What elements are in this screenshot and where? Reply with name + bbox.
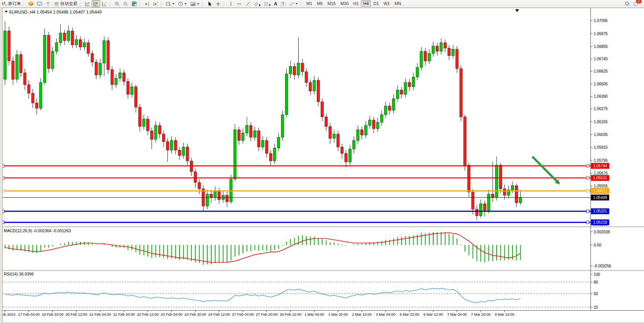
price-label-text: 1.05631: [593, 176, 607, 180]
line-anchor[interactable]: [586, 177, 589, 179]
candle-body: [8, 31, 10, 61]
price-label-text: 1.05218: [593, 220, 607, 224]
vertical-line-tool-button[interactable]: [227, 0, 235, 7]
price-tick-label: 1.06275: [594, 107, 608, 111]
new-order-button[interactable]: 新订单: [0, 0, 22, 7]
toolbar-separator: [224, 1, 225, 7]
chart-candles-button[interactable]: [92, 0, 100, 7]
zoom-in-button[interactable]: [113, 0, 121, 7]
candle-body: [265, 141, 268, 153]
horizontal-line-tool-button[interactable]: [235, 0, 244, 7]
line-anchor[interactable]: [586, 210, 589, 212]
line-anchor[interactable]: [586, 221, 589, 224]
text-label-tool-button[interactable]: T: [279, 0, 287, 7]
line-anchor[interactable]: [586, 190, 589, 192]
candle-body: [258, 131, 260, 147]
auto-trading-button[interactable]: 自动交易: [52, 0, 79, 7]
market-watch-button[interactable]: [27, 0, 35, 7]
macd-scale-label: 0.002038: [594, 230, 610, 234]
chevron-down-icon: [5, 11, 8, 14]
candle-body: [154, 126, 157, 139]
macd-scale-label: 0.00: [594, 243, 601, 247]
chart-line-button[interactable]: [100, 0, 109, 7]
candle-body: [487, 194, 490, 211]
candle-body: [249, 126, 252, 138]
tab-timeframe-m1[interactable]: M1: [304, 0, 314, 7]
tab-timeframe-h4[interactable]: H4: [361, 0, 371, 7]
date-tick-label: 6 Mar 12:00: [424, 312, 443, 316]
crosshair-button[interactable]: [214, 0, 222, 7]
price-label-text: 1.05744: [593, 164, 607, 168]
tab-timeframe-m5[interactable]: M5: [314, 0, 325, 7]
candle-body: [329, 127, 331, 139]
date-tick-label: 22 Feb 12:00: [137, 312, 159, 316]
candle-body: [158, 126, 161, 134]
chart-bars-button[interactable]: [83, 0, 92, 7]
price-label-text: 1.05449: [593, 196, 607, 200]
notifications-button[interactable]: 1: [632, 0, 640, 7]
candle-body: [186, 147, 189, 161]
candle-body: [468, 165, 470, 192]
price-label-text: 1.05511: [593, 189, 607, 193]
chart-shift-button[interactable]: [151, 0, 160, 7]
zoom-out-button[interactable]: [121, 0, 130, 7]
period-button[interactable]: [176, 0, 189, 7]
candle-body: [138, 107, 141, 126]
candle-body: [444, 43, 446, 48]
text-tool-button[interactable]: A: [272, 0, 279, 7]
terminal-button[interactable]: [35, 0, 44, 7]
auto-trading-robot-icon: [54, 1, 59, 7]
vertical-line-icon: [228, 1, 234, 7]
rsi-scale-label: 80: [594, 280, 598, 284]
candle-body: [353, 141, 355, 149]
candle-body: [408, 83, 411, 87]
cursor-button[interactable]: [205, 0, 214, 7]
candle-body: [91, 53, 94, 62]
horizontal-line-icon: [237, 1, 242, 7]
macd-indicator-title: MACD(12,26,9) -0.002364 -0.001263: [4, 228, 71, 233]
rsi-scale-label: 50: [594, 292, 598, 296]
candlestick-chart-icon: [93, 1, 99, 7]
text-tool-glyph: A: [274, 1, 277, 7]
date-tick-label: 20 Feb 12:00: [66, 312, 87, 316]
zoom-out-icon: [123, 1, 128, 7]
tab-timeframe-m15[interactable]: M15: [325, 0, 338, 7]
toolbar-separator: [301, 1, 303, 7]
dropdown-caret-icon: [172, 3, 174, 6]
fibonacci-tool-button[interactable]: F: [262, 0, 272, 7]
trendline-tool-button[interactable]: [244, 0, 252, 7]
crosshair-icon: [215, 1, 221, 7]
candle-body: [15, 54, 18, 79]
tile-windows-button[interactable]: [130, 0, 138, 7]
channel-tool-button[interactable]: E: [252, 0, 262, 7]
price-tick-label: 1.06155: [594, 120, 608, 124]
candle-body: [369, 120, 371, 126]
shapes-tool-button[interactable]: [287, 0, 300, 7]
candle-body: [491, 194, 494, 197]
tab-timeframe-d1[interactable]: D1: [371, 0, 381, 7]
chart-canvas[interactable]: 1.070951.069751.068551.067401.066251.065…: [0, 0, 644, 323]
annotation-arrow[interactable]: [532, 156, 557, 181]
candle-body: [321, 102, 324, 117]
candle-body: [341, 147, 343, 153]
tab-timeframe-m30[interactable]: M30: [338, 0, 351, 7]
signals-button[interactable]: [44, 0, 52, 7]
date-tick-label: 23 Feb 04:00: [161, 312, 183, 316]
line-anchor[interactable]: [586, 165, 589, 167]
new-chart-button[interactable]: [164, 0, 176, 7]
templates-button[interactable]: [189, 0, 201, 7]
search-button[interactable]: [623, 0, 632, 7]
candle-body: [99, 63, 102, 75]
rsi-scale-label: 100: [594, 272, 600, 277]
candle-body: [519, 197, 522, 203]
tab-timeframe-h1[interactable]: H1: [351, 0, 361, 7]
svg-text:T: T: [282, 2, 284, 6]
chart-title: EURUSD-,H4 1.05454 1.05496 1.05407 1.054…: [5, 9, 102, 14]
template-chart-icon: [190, 1, 196, 7]
candle-body: [194, 172, 197, 182]
auto-scroll-button[interactable]: [143, 0, 151, 7]
toolbar-separator: [24, 1, 26, 7]
tab-timeframe-mn[interactable]: MN: [392, 0, 403, 7]
date-tick-label: 28 Feb 12:00: [280, 312, 301, 316]
tab-timeframe-w1[interactable]: W1: [381, 0, 392, 7]
